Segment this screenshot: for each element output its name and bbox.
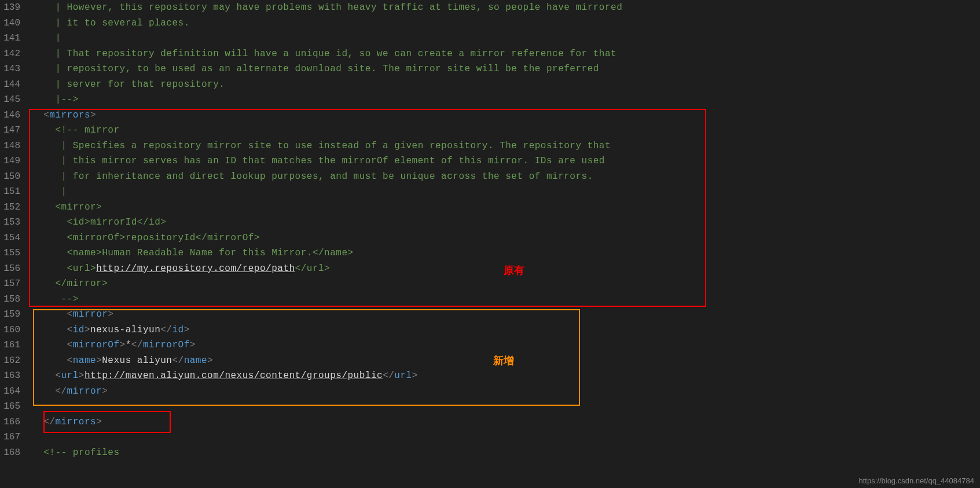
annotation-label-added: 新增 bbox=[493, 354, 514, 368]
line-number: 146 bbox=[0, 108, 20, 123]
code-line[interactable]: <url>http://maven.aliyun.com/nexus/conte… bbox=[32, 368, 980, 384]
line-number: 159 bbox=[0, 307, 20, 322]
annotation-label-original: 原有 bbox=[504, 263, 524, 277]
line-number: 144 bbox=[0, 77, 20, 93]
code-line[interactable]: <mirrorOf>*</mirrorOf> bbox=[32, 337, 980, 353]
line-number-gutter: 1391401411421431441451461471481491501511… bbox=[0, 0, 32, 488]
line-number: 149 bbox=[0, 153, 20, 169]
code-line[interactable]: | for inheritance and direct lookup purp… bbox=[32, 169, 980, 185]
line-number: 145 bbox=[0, 92, 20, 108]
line-number: 167 bbox=[0, 430, 20, 445]
code-line[interactable]: | However, this repository may have prob… bbox=[32, 0, 980, 16]
code-line[interactable]: | server for that repository. bbox=[32, 77, 980, 93]
line-number: 164 bbox=[0, 384, 20, 399]
code-line[interactable]: <id>nexus-aliyun</id> bbox=[32, 322, 980, 338]
line-number: 158 bbox=[0, 292, 20, 307]
code-line[interactable]: | Specifies a repository mirror site to … bbox=[32, 138, 980, 154]
line-number: 165 bbox=[0, 399, 20, 414]
line-number: 141 bbox=[0, 31, 20, 46]
code-line[interactable]: </mirror> bbox=[32, 276, 980, 292]
code-line[interactable]: |--> bbox=[32, 92, 980, 108]
line-number: 140 bbox=[0, 16, 20, 31]
code-line[interactable] bbox=[32, 430, 980, 445]
code-line[interactable]: <mirrors> bbox=[32, 108, 980, 123]
line-number: 153 bbox=[0, 215, 20, 230]
code-editor[interactable]: 1391401411421431441451461471481491501511… bbox=[0, 0, 980, 488]
code-line[interactable]: | bbox=[32, 31, 980, 46]
code-line[interactable]: | bbox=[32, 184, 980, 200]
code-line[interactable]: --> bbox=[32, 292, 980, 307]
code-line[interactable]: </mirror> bbox=[32, 384, 980, 399]
line-number: 150 bbox=[0, 169, 20, 185]
line-number: 156 bbox=[0, 261, 20, 277]
code-line[interactable] bbox=[32, 399, 980, 414]
code-content-area[interactable]: | However, this repository may have prob… bbox=[32, 0, 980, 488]
code-line[interactable]: <!-- mirror bbox=[32, 123, 980, 138]
line-number: 148 bbox=[0, 138, 20, 154]
code-line[interactable]: <mirror> bbox=[32, 307, 980, 322]
line-number: 160 bbox=[0, 322, 20, 338]
code-line[interactable]: </mirrors> bbox=[32, 414, 980, 430]
code-line[interactable]: | That repository definition will have a… bbox=[32, 46, 980, 62]
line-number: 163 bbox=[0, 368, 20, 384]
code-line[interactable]: <id>mirrorId</id> bbox=[32, 215, 980, 230]
line-number: 161 bbox=[0, 337, 20, 353]
code-line[interactable]: | this mirror serves has an ID that matc… bbox=[32, 153, 980, 169]
line-number: 151 bbox=[0, 184, 20, 200]
line-number: 154 bbox=[0, 230, 20, 246]
code-line[interactable]: <name>Human Readable Name for this Mirro… bbox=[32, 245, 980, 261]
line-number: 168 bbox=[0, 445, 20, 461]
code-line[interactable]: | it to several places. bbox=[32, 16, 980, 31]
line-number: 155 bbox=[0, 245, 20, 261]
code-line[interactable]: <mirrorOf>repositoryId</mirrorOf> bbox=[32, 230, 980, 246]
line-number: 166 bbox=[0, 414, 20, 430]
line-number: 139 bbox=[0, 0, 20, 16]
line-number: 162 bbox=[0, 353, 20, 369]
line-number: 143 bbox=[0, 61, 20, 77]
line-number: 152 bbox=[0, 200, 20, 215]
code-line[interactable]: | repository, to be used as an alternate… bbox=[32, 61, 980, 77]
watermark: https://blog.csdn.net/qq_44084784 bbox=[859, 476, 975, 485]
code-line[interactable]: <!-- profiles bbox=[32, 445, 980, 461]
line-number: 142 bbox=[0, 46, 20, 62]
line-number: 157 bbox=[0, 276, 20, 292]
code-line[interactable]: <mirror> bbox=[32, 200, 980, 215]
line-number: 147 bbox=[0, 123, 20, 138]
